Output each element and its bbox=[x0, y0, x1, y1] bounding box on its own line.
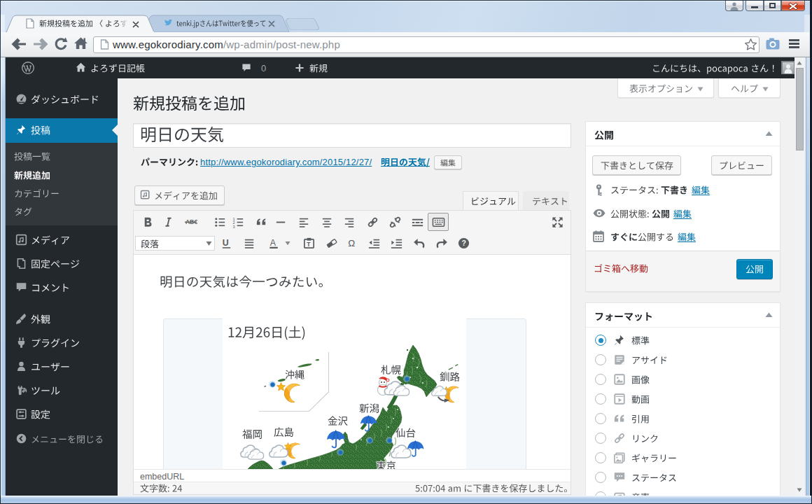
svg-text:3: 3 bbox=[232, 224, 234, 228]
svg-text:A: A bbox=[270, 237, 276, 247]
svg-text:T: T bbox=[307, 240, 311, 247]
svg-text:?: ? bbox=[461, 239, 465, 247]
svg-text:U: U bbox=[222, 238, 228, 248]
svg-text:Ω: Ω bbox=[348, 238, 355, 248]
